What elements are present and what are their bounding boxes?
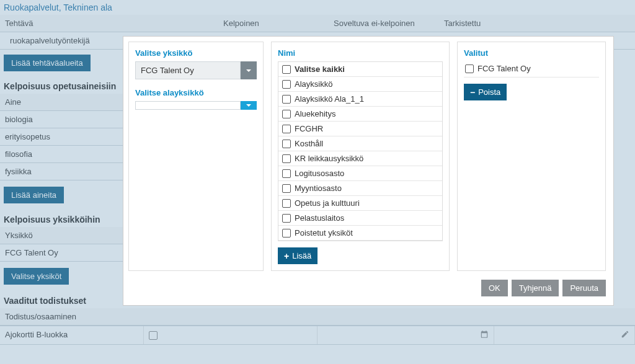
select-all-row[interactable]: Valitse kaikki: [278, 62, 442, 77]
list-item[interactable]: Alayksikkö Ala_1_1: [278, 92, 442, 107]
checkbox-icon[interactable]: [282, 184, 291, 193]
selected-panel: Valitut FCG Talent Oy − Poista: [457, 42, 606, 271]
remove-button[interactable]: − Poista: [464, 84, 507, 100]
minus-icon: −: [470, 88, 475, 97]
checkbox-icon[interactable]: [282, 199, 291, 208]
checkbox-icon[interactable]: [282, 169, 291, 178]
name-list-panel: Nimi Valitse kaikki Alayksikkö Alayksikk…: [271, 42, 450, 271]
list-item[interactable]: Aluekehitys: [278, 107, 442, 122]
cancel-button[interactable]: Peruuta: [562, 280, 606, 296]
subunit-select[interactable]: [135, 101, 257, 110]
checkbox-icon[interactable]: [282, 214, 291, 223]
label-valitut: Valitut: [464, 48, 599, 58]
unit-select[interactable]: FCG Talent Oy: [135, 61, 257, 79]
list-item[interactable]: Myyntiosasto: [278, 181, 442, 196]
label-valitse-alayksikko: Valitse alayksikkö: [135, 88, 257, 97]
label-nimi: Nimi: [278, 48, 443, 58]
select-units-modal: Valitse yksikkö FCG Talent Oy Valitse al…: [123, 36, 614, 306]
checkbox-icon[interactable]: [282, 229, 291, 237]
checkbox-icon[interactable]: [282, 154, 291, 163]
ok-button[interactable]: OK: [481, 280, 508, 296]
unit-select-value: FCG Talent Oy: [135, 61, 241, 79]
add-button[interactable]: + Lisää: [278, 247, 318, 264]
checkbox-icon[interactable]: [282, 125, 291, 133]
chevron-down-icon[interactable]: [241, 101, 257, 110]
checkbox-icon[interactable]: [282, 140, 291, 148]
list-item[interactable]: Opetus ja kulttuuri: [278, 196, 442, 211]
list-item[interactable]: Kosthåll: [278, 136, 442, 151]
list-item[interactable]: Alayksikkö: [278, 77, 442, 92]
clear-button[interactable]: Tyhjennä: [512, 280, 559, 296]
modal-overlay: Valitse yksikkö FCG Talent Oy Valitse al…: [0, 0, 635, 364]
unit-list[interactable]: Alayksikkö Alayksikkö Ala_1_1 Aluekehity…: [278, 77, 442, 241]
list-item[interactable]: Raporttipohjayksikkö: [278, 241, 442, 241]
checkbox-icon[interactable]: [282, 110, 291, 118]
list-item[interactable]: Poistetut yksiköt: [278, 226, 442, 241]
modal-footer: OK Tyhjennä Peruuta: [128, 271, 608, 300]
list-item[interactable]: KR leikkausyksikkö: [278, 151, 442, 166]
checkbox-icon[interactable]: [465, 64, 474, 73]
subunit-select-value: [135, 101, 241, 110]
unit-select-panel: Valitse yksikkö FCG Talent Oy Valitse al…: [128, 42, 264, 271]
list-item[interactable]: FCGHR: [278, 122, 442, 136]
plus-icon: +: [284, 252, 289, 260]
checkbox-icon[interactable]: [282, 80, 291, 89]
checkbox-icon[interactable]: [282, 95, 291, 104]
list-item[interactable]: Pelastuslaitos: [278, 211, 442, 226]
label-valitse-yksikko: Valitse yksikkö: [135, 48, 257, 58]
checkbox-icon[interactable]: [282, 65, 291, 74]
list-item[interactable]: Logitusosasto: [278, 166, 442, 181]
select-all-label: Valitse kaikki: [295, 64, 345, 74]
chevron-down-icon[interactable]: [241, 61, 257, 79]
selected-item[interactable]: FCG Talent Oy: [464, 61, 599, 78]
